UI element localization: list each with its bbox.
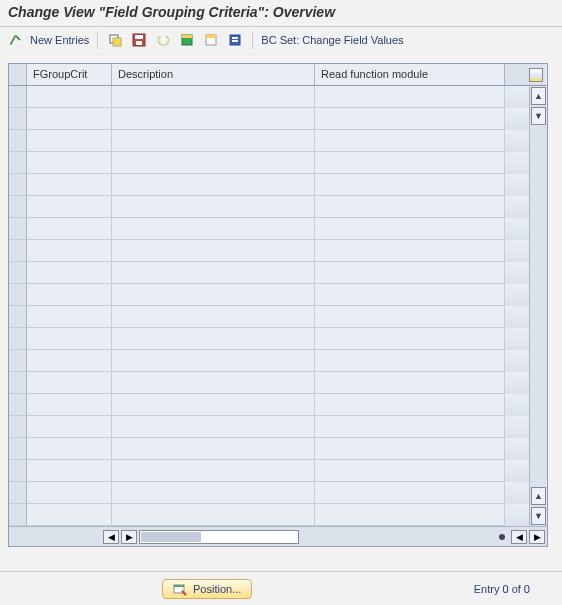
table-row[interactable]: [9, 438, 529, 460]
bc-set-button[interactable]: BC Set: Change Field Values: [261, 34, 403, 46]
svg-rect-10: [232, 37, 238, 39]
table-row[interactable]: [9, 394, 529, 416]
toolbar: New Entries BC Set: Change Field Values: [0, 27, 562, 53]
table-row[interactable]: [9, 152, 529, 174]
grid-config-button[interactable]: [505, 64, 545, 85]
toggle-icon[interactable]: [6, 31, 24, 49]
header: Change View "Field Grouping Criteria": O…: [0, 0, 562, 27]
column-header-read-function[interactable]: Read function module: [315, 64, 505, 85]
horizontal-scrollbar[interactable]: ◀ ▶ ◀ ▶: [9, 526, 547, 546]
table-row[interactable]: [9, 416, 529, 438]
svg-rect-13: [174, 585, 184, 587]
save-icon[interactable]: [130, 31, 148, 49]
table-row[interactable]: [9, 306, 529, 328]
table-row[interactable]: [9, 504, 529, 526]
table-row[interactable]: [9, 130, 529, 152]
table-row[interactable]: [9, 196, 529, 218]
scroll-down-icon[interactable]: ▼: [531, 107, 546, 125]
svg-rect-1: [113, 38, 121, 46]
scroll-down2-icon[interactable]: ▼: [531, 507, 546, 525]
position-label: Position...: [193, 583, 241, 595]
undo-icon[interactable]: [154, 31, 172, 49]
position-icon: [173, 582, 187, 596]
svg-rect-8: [206, 35, 216, 38]
grid: FGroupCrit Description Read function mod…: [8, 63, 548, 547]
svg-rect-4: [136, 41, 142, 45]
column-header-fgroupcrit[interactable]: FGroupCrit: [27, 64, 112, 85]
table-row[interactable]: [9, 174, 529, 196]
position-button[interactable]: Position...: [162, 579, 252, 599]
table-row[interactable]: [9, 328, 529, 350]
table-row[interactable]: [9, 482, 529, 504]
print-icon[interactable]: [226, 31, 244, 49]
table-row[interactable]: [9, 372, 529, 394]
entry-counter: Entry 0 of 0: [474, 583, 530, 595]
vertical-scrollbar[interactable]: ▲ ▼ ▲ ▼: [529, 86, 547, 526]
content-area: www.tutorialkart.com FGroupCrit Descript…: [0, 53, 562, 568]
select-all-icon[interactable]: [178, 31, 196, 49]
column-header-description[interactable]: Description: [112, 64, 315, 85]
footer: Position... Entry 0 of 0: [0, 571, 562, 605]
new-entries-button[interactable]: New Entries: [30, 34, 89, 46]
table-row[interactable]: [9, 86, 529, 108]
svg-rect-11: [232, 40, 238, 42]
svg-rect-6: [182, 35, 192, 38]
table-row[interactable]: [9, 262, 529, 284]
table-row[interactable]: [9, 460, 529, 482]
table-row[interactable]: [9, 284, 529, 306]
table-row[interactable]: [9, 240, 529, 262]
scroll-up2-icon[interactable]: ▲: [531, 487, 546, 505]
scroll-up-icon[interactable]: ▲: [531, 87, 546, 105]
svg-rect-3: [135, 35, 143, 39]
copy-icon[interactable]: [106, 31, 124, 49]
grid-rows: [9, 86, 529, 526]
table-row[interactable]: [9, 108, 529, 130]
scroll-left2-icon[interactable]: ◀: [511, 530, 527, 544]
page-title: Change View "Field Grouping Criteria": O…: [8, 4, 335, 20]
grid-header: FGroupCrit Description Read function mod…: [9, 64, 547, 86]
scroll-right2-icon[interactable]: ▶: [529, 530, 545, 544]
scroll-right-icon[interactable]: ▶: [121, 530, 137, 544]
table-row[interactable]: [9, 218, 529, 240]
table-row[interactable]: [9, 350, 529, 372]
deselect-all-icon[interactable]: [202, 31, 220, 49]
scroll-left-icon[interactable]: ◀: [103, 530, 119, 544]
